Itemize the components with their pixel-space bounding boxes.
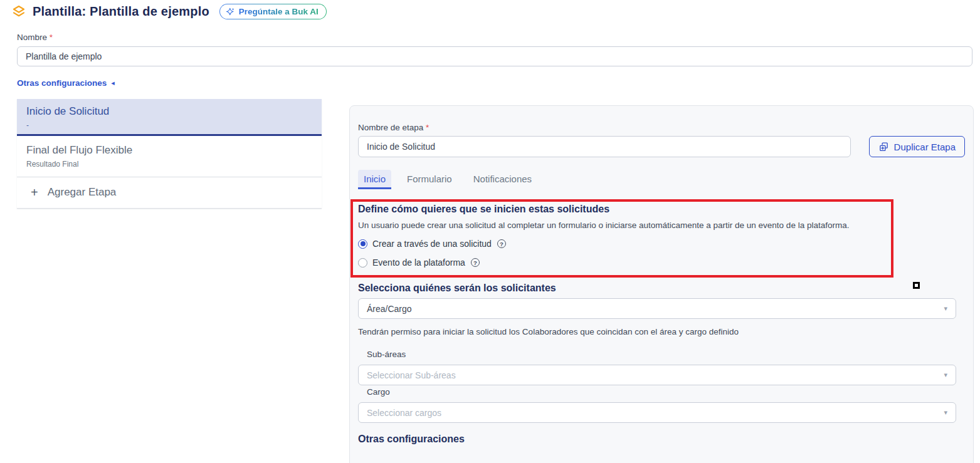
stage-item-subtitle: Resultado Final [26,160,312,169]
help-question-icon[interactable]: ? [497,239,506,248]
stage-name-input[interactable] [358,136,851,157]
stage-item-title: Final del Flujo Flexible [26,143,312,157]
tab-inicio[interactable]: Inicio [358,170,391,189]
start-section-description: Un usuario puede crear una solicitud al … [358,221,885,230]
subareas-select[interactable]: Seleccionar Sub-áreas ▾ [358,365,956,385]
cargo-select[interactable]: Seleccionar cargos ▾ [358,402,956,423]
tab-formulario[interactable]: Formulario [401,170,458,189]
requester-type-value: Área/Cargo [367,304,412,314]
radio-option-label: Evento de la plataforma [372,258,465,268]
requesters-section-title: Selecciona quiénes serán los solicitante… [358,283,965,294]
duplicate-stage-label: Duplicar Etapa [894,142,956,152]
required-asterisk: * [50,33,53,42]
annotation-rectangle: Define cómo quieres que se inicien estas… [350,199,893,278]
cargo-placeholder: Seleccionar cargos [367,408,441,418]
other-configurations-link[interactable]: Otras configuraciones ◂ [17,78,115,88]
stage-list: Inicio de Solicitud - Final del Flujo Fl… [17,99,322,209]
ask-buk-ai-label: Pregúntale a Buk AI [239,7,319,16]
page-title: Plantilla: Plantilla de ejemplo [33,4,209,19]
radio-option-evento-plataforma[interactable]: Evento de la plataforma ? [358,258,885,268]
subareas-placeholder: Seleccionar Sub-áreas [367,370,456,380]
chevron-left-icon: ◂ [111,80,115,86]
chevron-down-icon: ▾ [944,371,947,379]
radio-unselected-icon[interactable] [358,258,367,268]
duplicate-stage-button[interactable]: Duplicar Etapa [869,136,965,157]
requester-type-select[interactable]: Área/Cargo ▾ [358,298,956,319]
ask-buk-ai-button[interactable]: Pregúntale a Buk AI [219,4,327,19]
add-stage-label: Agregar Etapa [48,186,117,199]
template-name-input[interactable] [17,46,972,66]
tab-notificaciones[interactable]: Notificaciones [468,170,537,189]
radio-selected-icon[interactable] [358,239,367,249]
stage-item-title: Inicio de Solicitud [26,105,312,118]
radio-option-crear-solicitud[interactable]: Crear a través de una solicitud ? [358,239,885,249]
layers-icon [11,4,26,19]
stage-item-inicio-de-solicitud[interactable]: Inicio de Solicitud - [17,99,322,136]
cargo-label: Cargo [367,387,965,397]
subareas-label: Sub-áreas [367,350,965,359]
stage-tabs: Inicio Formulario Notificaciones [358,170,965,189]
add-stage-button[interactable]: + Agregar Etapa [17,177,322,209]
start-section-title: Define cómo quieres que se inicien estas… [358,204,885,215]
stage-item-final-del-flujo[interactable]: Final del Flujo Flexible Resultado Final [17,136,322,177]
stage-name-label: Nombre de etapa * [358,123,965,132]
stage-item-subtitle: - [26,121,312,130]
page-header: Plantilla: Plantilla de ejemplo Pregúnta… [11,4,327,19]
required-asterisk: * [426,123,429,132]
radio-option-label: Crear a través de una solicitud [372,239,492,249]
duplicate-icon [878,142,889,152]
help-question-icon[interactable]: ? [471,258,480,267]
requesters-helper-text: Tendrán permiso para iniciar la solicitu… [358,327,965,336]
chevron-down-icon: ▾ [944,408,947,417]
annotation-resize-handle [913,282,920,289]
stage-config-card: Nombre de etapa * Duplicar Etapa Inicio … [349,105,974,463]
sparkle-icon [226,7,235,16]
chevron-down-icon: ▾ [944,304,947,313]
plus-icon: + [26,186,38,199]
template-name-label: Nombre * [17,33,53,42]
other-configurations-title: Otras configuraciones [358,434,965,445]
